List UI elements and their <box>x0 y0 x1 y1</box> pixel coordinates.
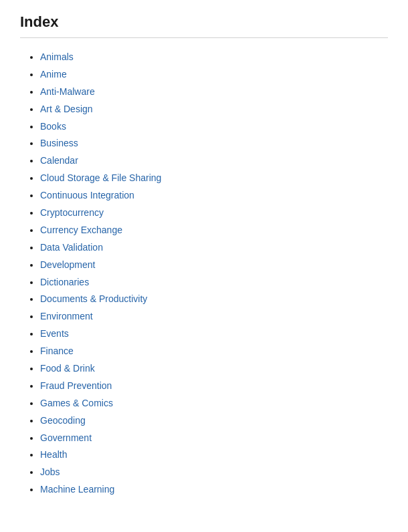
list-item: Geocoding <box>40 412 388 430</box>
list-item: Environment <box>40 308 388 325</box>
index-link[interactable]: Cryptocurrency <box>40 207 104 218</box>
page-title: Index <box>20 13 388 31</box>
index-link[interactable]: Finance <box>40 346 74 356</box>
list-item: Cloud Storage & File Sharing <box>40 170 388 187</box>
list-item: Fraud Prevention <box>40 378 388 395</box>
index-link[interactable]: Anti-Malware <box>40 86 95 97</box>
list-item: Animals <box>40 49 388 66</box>
list-item: Dictionaries <box>40 274 388 291</box>
list-item: Anti-Malware <box>40 84 388 101</box>
list-item: Food & Drink <box>40 360 388 378</box>
index-link[interactable]: Health <box>40 449 67 460</box>
list-item: Government <box>40 430 388 447</box>
index-link[interactable]: Art & Design <box>40 104 93 114</box>
list-item: Finance <box>40 343 388 360</box>
index-link[interactable]: Geocoding <box>40 415 86 426</box>
list-item: Business <box>40 135 388 152</box>
index-list: AnimalsAnimeAnti-MalwareArt & DesignBook… <box>20 49 388 499</box>
list-item: Machine Learning <box>40 481 388 499</box>
index-link[interactable]: Machine Learning <box>40 484 114 495</box>
list-item: Calendar <box>40 152 388 170</box>
list-item: Health <box>40 446 388 464</box>
list-item: Events <box>40 325 388 343</box>
list-item: Jobs <box>40 464 388 481</box>
index-link[interactable]: Documents & Productivity <box>40 293 147 304</box>
index-link[interactable]: Data Validation <box>40 242 103 253</box>
list-item: Documents & Productivity <box>40 291 388 308</box>
list-item: Currency Exchange <box>40 222 388 239</box>
index-link[interactable]: Jobs <box>40 467 60 477</box>
index-link[interactable]: Animals <box>40 51 74 62</box>
index-link[interactable]: Dictionaries <box>40 277 89 287</box>
index-link[interactable]: Cloud Storage & File Sharing <box>40 172 161 183</box>
list-item: Continuous Integration <box>40 187 388 205</box>
index-link[interactable]: Government <box>40 432 92 443</box>
index-link[interactable]: Currency Exchange <box>40 225 122 235</box>
list-item: Art & Design <box>40 101 388 118</box>
list-item: Cryptocurrency <box>40 205 388 222</box>
index-link[interactable]: Environment <box>40 311 93 321</box>
index-link[interactable]: Food & Drink <box>40 363 95 374</box>
index-link[interactable]: Fraud Prevention <box>40 380 112 391</box>
index-link[interactable]: Games & Comics <box>40 398 113 408</box>
index-link[interactable]: Calendar <box>40 155 78 166</box>
index-link[interactable]: Continuous Integration <box>40 190 134 201</box>
list-item: Books <box>40 118 388 136</box>
index-link[interactable]: Business <box>40 138 78 148</box>
list-item: Data Validation <box>40 239 388 257</box>
index-link[interactable]: Anime <box>40 69 67 80</box>
title-divider <box>20 37 388 38</box>
list-item: Development <box>40 257 388 274</box>
index-link[interactable]: Events <box>40 328 69 339</box>
list-item: Games & Comics <box>40 395 388 412</box>
index-link[interactable]: Books <box>40 121 66 132</box>
list-item: Anime <box>40 66 388 84</box>
index-link[interactable]: Development <box>40 259 96 270</box>
page-container: Index AnimalsAnimeAnti-MalwareArt & Desi… <box>0 0 408 512</box>
